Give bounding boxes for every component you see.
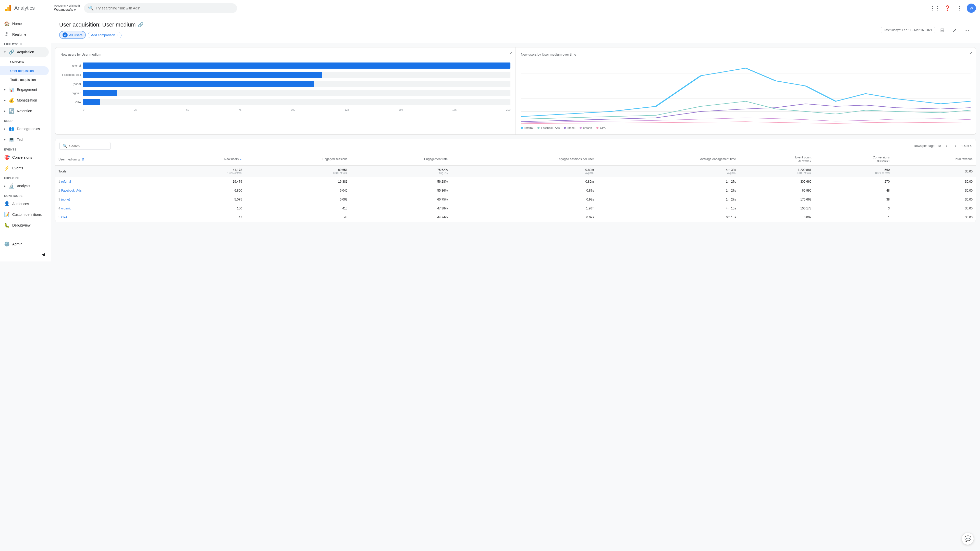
tech-expand-icon: ▸ bbox=[4, 138, 6, 141]
sidebar-item-realtime[interactable]: ⏱ Realtime bbox=[0, 29, 49, 40]
cell-event-count: 106,173 bbox=[739, 204, 815, 213]
totals-row: Totals 41,178100% of total 89,651100% of… bbox=[56, 165, 976, 177]
sidebar-item-engagement[interactable]: ▸ 📊 Engagement bbox=[0, 84, 49, 95]
bar-label: Facebook_Ads bbox=[60, 73, 81, 76]
sidebar-item-overview[interactable]: Overview bbox=[0, 57, 49, 66]
col-new-users[interactable]: New users ▼ bbox=[164, 153, 245, 165]
sidebar-item-engagement-label: Engagement bbox=[17, 87, 37, 92]
sidebar-item-traffic-acquisition[interactable]: Traffic acquisition bbox=[0, 75, 49, 84]
col-engagement-rate[interactable]: Engagement rate bbox=[351, 153, 451, 165]
bar-container bbox=[83, 62, 511, 68]
sidebar-item-admin[interactable]: ⚙️ Admin bbox=[0, 239, 49, 249]
sidebar-item-analysis[interactable]: ▸ 🔬 Analysis bbox=[0, 181, 49, 191]
topbar-actions: ⋮⋮ ❓ ⋮ W bbox=[930, 3, 976, 13]
cell-medium: 3(none) bbox=[56, 195, 164, 204]
totals-engaged-per-user: 0.89mAvg 9% bbox=[451, 165, 597, 177]
col-filter-icon[interactable]: ⊕ bbox=[81, 157, 84, 161]
sidebar-item-user-acquisition-label: User acquisition bbox=[10, 69, 34, 73]
cell-engagement-rate: 44.74% bbox=[351, 213, 451, 222]
compare-icon-btn[interactable]: ⊟ bbox=[937, 25, 947, 35]
bar-label: (none) bbox=[60, 83, 81, 86]
legend-item: referral bbox=[521, 126, 533, 129]
sidebar-item-home[interactable]: 🏠 Home bbox=[0, 18, 49, 29]
sidebar-item-custom-definitions-label: Custom definitions bbox=[12, 213, 41, 217]
col-user-medium[interactable]: User medium ▲ ⊕ bbox=[56, 153, 164, 165]
monetization-expand-icon: ▸ bbox=[4, 98, 6, 102]
sidebar-item-debugview[interactable]: 🐛 DebugView bbox=[0, 220, 49, 230]
sidebar-collapse-btn[interactable]: ◀ bbox=[0, 249, 49, 259]
search-icon: 🔍 bbox=[88, 5, 94, 11]
cell-revenue: $0.00 bbox=[893, 195, 976, 204]
bar-chart-expand-icon[interactable]: ⤢ bbox=[509, 51, 512, 56]
bar-label: referral bbox=[60, 64, 81, 67]
share-icon-btn[interactable]: ↗ bbox=[950, 25, 959, 35]
account-path: Accounts > Waltooth bbox=[54, 4, 80, 7]
table-body: Totals 41,178100% of total 89,651100% of… bbox=[56, 165, 976, 222]
add-comparison-btn[interactable]: Add comparison + bbox=[88, 32, 121, 38]
sidebar-item-demographics-label: Demographics bbox=[17, 127, 40, 131]
search-box[interactable]: 🔍 bbox=[84, 3, 237, 13]
cell-engaged-sessions: 16,881 bbox=[245, 177, 351, 186]
sidebar-item-acquisition[interactable]: ▾ 🔗 Acquisition bbox=[0, 47, 49, 57]
page-header-left: User acquisition: User medium 🔗 A All Us… bbox=[59, 21, 143, 39]
bar-row: referral bbox=[60, 62, 511, 68]
totals-avg-engagement: 4m 38sAvg 9% bbox=[597, 165, 739, 177]
col-conversions[interactable]: Conversions All events ▾ bbox=[815, 153, 893, 165]
cell-avg-engagement: 1m 27s bbox=[597, 186, 739, 195]
sidebar-item-events[interactable]: ⚡ Events bbox=[0, 163, 49, 173]
bar-row: CPA bbox=[60, 99, 511, 105]
rows-per-page-value[interactable]: 10 bbox=[937, 144, 941, 148]
table-header: User medium ▲ ⊕ New users ▼ Engaged sess… bbox=[56, 153, 976, 165]
sidebar-item-retention[interactable]: ▸ 🔄 Retention bbox=[0, 106, 49, 116]
header-actions: Last 90days: Feb 11 - Mar 16, 2021 ⊟ ↗ ⋯ bbox=[881, 25, 972, 35]
sidebar-item-events-nav-label: Events bbox=[12, 166, 23, 170]
date-range-selector[interactable]: Last 90days: Feb 11 - Mar 16, 2021 bbox=[881, 27, 935, 33]
sidebar-item-custom-definitions[interactable]: 📝 Custom definitions bbox=[0, 209, 49, 220]
totals-new-users: 41,178100% of total bbox=[164, 165, 245, 177]
line-chart-svg bbox=[521, 60, 970, 124]
analysis-icon: 🔬 bbox=[9, 183, 14, 189]
col-avg-engagement[interactable]: Average engagement time bbox=[597, 153, 739, 165]
help-icon: ❓ bbox=[944, 5, 951, 11]
sidebar-item-audiences[interactable]: 👤 Audiences bbox=[0, 198, 49, 209]
line-chart bbox=[521, 60, 970, 124]
page-title-link-icon[interactable]: 🔗 bbox=[138, 22, 143, 27]
cell-new-users: 47 bbox=[164, 213, 245, 222]
cell-revenue: $0.00 bbox=[893, 177, 976, 186]
chat-btn[interactable]: 💬 bbox=[962, 533, 974, 545]
events-icon: ⚡ bbox=[4, 165, 9, 171]
line-chart-expand-icon[interactable]: ⤢ bbox=[969, 51, 973, 56]
sidebar-item-demographics[interactable]: ▸ 👥 Demographics bbox=[0, 124, 49, 134]
col-engaged-per-user[interactable]: Engaged sessions per user bbox=[451, 153, 597, 165]
search-input[interactable] bbox=[96, 6, 233, 10]
sidebar-item-user-acquisition[interactable]: User acquisition bbox=[0, 66, 49, 75]
sidebar-item-conversions[interactable]: 🎯 Conversions bbox=[0, 152, 49, 163]
next-page-btn[interactable]: › bbox=[952, 142, 959, 149]
compare-icon: ⊟ bbox=[940, 27, 945, 33]
sidebar-item-analysis-label: Analysis bbox=[17, 184, 30, 188]
legend-dot bbox=[538, 127, 539, 129]
sidebar-item-monetization[interactable]: ▸ 💰 Monetization bbox=[0, 95, 49, 106]
user-avatar[interactable]: W bbox=[967, 3, 976, 13]
account-dropdown-icon[interactable]: ▾ bbox=[74, 8, 76, 12]
all-users-chip[interactable]: A All Users bbox=[59, 31, 86, 39]
col-engaged-sessions[interactable]: Engaged sessions bbox=[245, 153, 351, 165]
sidebar-item-tech[interactable]: ▸ 💻 Tech bbox=[0, 134, 49, 145]
account-info[interactable]: Accounts > Waltooth Webandcrafts ▾ bbox=[54, 4, 80, 12]
apps-icon-btn[interactable]: ⋮⋮ bbox=[930, 3, 940, 13]
totals-label: Totals bbox=[56, 165, 164, 177]
legend-label: CPA bbox=[600, 126, 606, 129]
prev-page-btn[interactable]: ‹ bbox=[943, 142, 950, 149]
table-row: 2Facebook_Ads 6,860 6,040 55.36% 0.87s 1… bbox=[56, 186, 976, 195]
col-user-medium-label: User medium ▲ bbox=[59, 158, 81, 161]
col-revenue[interactable]: Total revenue bbox=[893, 153, 976, 165]
monetization-icon: 💰 bbox=[9, 97, 14, 103]
col-event-count[interactable]: Event count All events ▾ bbox=[739, 153, 815, 165]
help-icon-btn[interactable]: ❓ bbox=[942, 3, 953, 13]
more-header-icon-btn[interactable]: ⋯ bbox=[962, 25, 972, 35]
bar-container bbox=[83, 81, 511, 87]
table-search-input[interactable] bbox=[69, 144, 107, 148]
table-search-box[interactable]: 🔍 bbox=[59, 142, 110, 150]
retention-expand-icon: ▸ bbox=[4, 109, 6, 113]
more-options-icon-btn[interactable]: ⋮ bbox=[955, 3, 965, 13]
